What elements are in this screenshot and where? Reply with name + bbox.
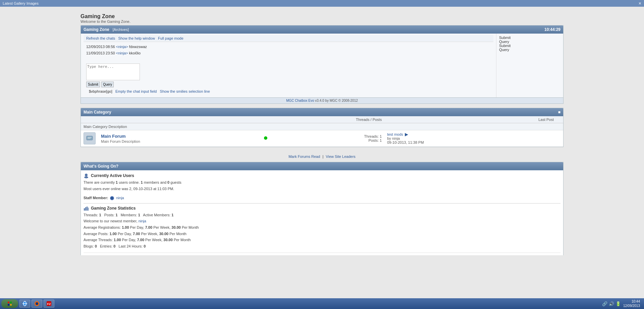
chatbox-query-button[interactable]: Query [101, 82, 114, 87]
chatbox-input[interactable] [86, 63, 140, 80]
chatbox-message-0: 12/09/2013 08:56 <ninja> fdxwzswaz [86, 44, 491, 50]
stats-icon [84, 206, 89, 211]
svg-rect-5 [84, 208, 85, 211]
forum-status-cell [261, 130, 270, 147]
svg-rect-1 [88, 137, 92, 138]
chatbox-message-1: 11/09/2013 23:50 <ninja> kkoi0io [86, 50, 491, 56]
mark-forums-read-link[interactable]: Mark Forums Read [288, 154, 320, 159]
collapse-icon[interactable]: ■ [558, 110, 560, 115]
chatbox-header-title: Gaming Zone [Archives] [84, 27, 129, 32]
main-scroll-area: Gaming Zone Welcome to the Gaming Zone. … [0, 7, 644, 255]
forum-col-threads: Threads / Posts [270, 116, 384, 123]
icon-legend-title: i Icon Legend [84, 255, 560, 255]
last-post-go-icon [405, 133, 408, 136]
table-row: Main Forum Main Forum Description Thread… [81, 130, 563, 147]
wgo-stats-title: Gaming Zone Statistics [84, 206, 560, 211]
site-welcome: Welcome to the Gaming Zone. [80, 19, 564, 24]
forum-icon-svg [86, 135, 93, 142]
newest-member-link[interactable]: ninja [139, 219, 146, 223]
action-links: Mark Forums Read | View Site Leaders [80, 151, 564, 162]
chatbox-bottom-links: $vbphrase[go] Empty the chat input field… [86, 89, 491, 95]
chatbox-left: Refresh the chats Show the help window F… [81, 34, 496, 97]
forum-name: Main Forum [101, 134, 259, 139]
wgo-statistics: Gaming Zone Statistics Threads: 1 Posts:… [84, 206, 560, 250]
chatbox-input-buttons: Submit Query [86, 82, 491, 87]
wgo-active-users-title: Currently Active Users [84, 173, 560, 178]
svg-rect-6 [85, 207, 86, 211]
forum-name-link[interactable]: Main Forum [101, 134, 126, 139]
wgo-title: What's Going On? [84, 164, 118, 169]
forum-icon [84, 132, 96, 144]
wgo-staff-member: Staff Member: ninja [84, 195, 560, 201]
forum-last-post: test mods by ninja 09-10-2013, 11:38 PM [384, 130, 556, 147]
svg-rect-7 [87, 207, 88, 211]
online-dot [110, 196, 114, 200]
chatbox-archives-link[interactable]: [Archives] [113, 28, 129, 32]
wgo-most-ever: Most users ever online was 2, 09-10-2013… [84, 186, 560, 192]
chatbox-header: Gaming Zone [Archives] 10:44:29 [81, 26, 563, 34]
svg-point-4 [84, 176, 88, 178]
chatbox-container: Gaming Zone [Archives] 10:44:29 Refresh … [80, 25, 564, 104]
staff-member-link[interactable]: ninja [116, 196, 124, 200]
forum-name-cell: Main Forum Main Forum Description [98, 130, 261, 147]
svg-point-3 [85, 174, 88, 176]
main-category-header: Main Category ■ [81, 108, 563, 116]
stats-divider [84, 203, 560, 204]
action-separator: | [322, 154, 323, 159]
gallery-title: Latest Gallery Images [3, 1, 39, 5]
chatbox-help-link[interactable]: Show the help window [118, 36, 155, 40]
wgo-body: Currently Active Users There are current… [81, 170, 563, 255]
chatbox-footer-link[interactable]: MGC Chatbox Evo [286, 99, 314, 102]
forum-table: Threads / Posts Last Post Main Category … [81, 116, 563, 147]
chatbox-refresh-link[interactable]: Refresh the chats [86, 36, 115, 40]
wgo-avg-registrations: Average Registrations: 1.00 Per Day, 7.0… [84, 225, 560, 231]
chatbox-smilies-link[interactable]: Show the smilies selection line [160, 89, 210, 93]
chatbox-time: 10:44:29 [544, 27, 560, 32]
forum-icon-cell [81, 130, 98, 147]
svg-rect-2 [88, 138, 91, 139]
wgo-avg-threads: Average Threads: 1.00 Per Day, 7.00 Per … [84, 237, 560, 243]
site-title-block: Gaming Zone Welcome to the Gaming Zone. [80, 13, 564, 24]
chatbox-right: Submit Query Submit Query [496, 34, 563, 97]
wgo-stats-line1: Threads: 1 Posts: 1 Members: 1 Active Me… [84, 212, 560, 218]
forum-cat-desc: Main Category Description [81, 123, 563, 130]
forum-threads-posts: Threads: 1 Posts: 1 [270, 130, 384, 147]
chatbox-messages: 12/09/2013 08:56 <ninja> fdxwzswaz 11/09… [84, 42, 493, 62]
wgo-active-users: Currently Active Users There are current… [84, 173, 560, 192]
chatbox-empty-link[interactable]: Empty the chat input field [115, 89, 157, 93]
chatbox-input-area: Submit Query $vbphrase[go] Empty the cha… [84, 62, 493, 96]
forum-description: Main Forum Description [101, 139, 259, 143]
gallery-close-icon[interactable]: × [639, 1, 641, 6]
whats-going-on-container: What's Going On? Currently Active Users … [80, 162, 564, 255]
chatbox-submit-button[interactable]: Submit [86, 82, 100, 87]
active-users-icon [84, 173, 89, 178]
wgo-newest-member: Welcome to our newest member, ninja [84, 218, 560, 224]
wgo-active-users-desc: There are currently 1 users online. 1 me… [84, 180, 560, 186]
forum-status-dot [264, 136, 267, 140]
forum-col-lastpost: Last Post [384, 116, 556, 123]
icon-legend: i Icon Legend Contains unread forum post… [84, 253, 560, 255]
chatbox-fullpage-link[interactable]: Full page mode [158, 36, 183, 40]
wgo-blogs: Blogs: 0 Entries: 0 Last 24 Hours: 0 [84, 244, 560, 250]
chatbox-controls: Refresh the chats Show the help window F… [84, 35, 493, 42]
chatbox-inner: Refresh the chats Show the help window F… [81, 34, 563, 97]
wgo-header: What's Going On? [81, 162, 563, 170]
chatbox-go-label: $vbphrase[go] [89, 89, 112, 93]
forum-col-extra [556, 116, 563, 123]
gallery-bar: Latest Gallery Images × [0, 0, 644, 7]
chatbox-footer-version: v3.4.0 by MGC © 2008-2012 [315, 99, 358, 102]
wgo-avg-posts: Average Posts: 1.00 Per Day, 7.00 Per We… [84, 231, 560, 237]
svg-rect-8 [88, 208, 89, 211]
page-wrap: Gaming Zone Welcome to the Gaming Zone. … [74, 7, 570, 255]
last-post-link[interactable]: test mods [387, 132, 403, 136]
chatbox-footer: MGC Chatbox Evo v3.4.0 by MGC © 2008-201… [81, 97, 563, 103]
forum-col-name [81, 116, 270, 123]
forum-container: Main Category ■ Threads / Posts Last Pos… [80, 108, 564, 147]
forum-extra-cell [556, 130, 563, 147]
site-name: Gaming Zone [80, 13, 564, 19]
view-site-leaders-link[interactable]: View Site Leaders [326, 154, 355, 159]
main-category-title: Main Category [84, 110, 111, 115]
